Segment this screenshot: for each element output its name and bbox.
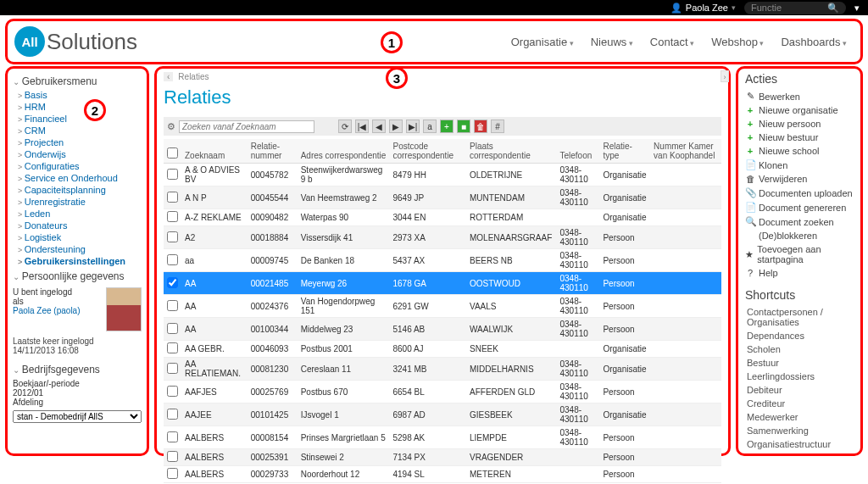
topnav-item[interactable]: Contact <box>650 36 694 48</box>
company-select[interactable]: stan - Demobedrijf AllS <box>13 410 142 423</box>
action-item[interactable]: ?Help <box>745 266 854 280</box>
current-user-menu[interactable]: 👤 Paola Zee <box>670 3 736 14</box>
shortcut-item[interactable]: Debiteur <box>747 383 854 397</box>
column-header[interactable]: Telefoon <box>556 139 599 164</box>
action-item[interactable]: +Nieuw persoon <box>745 117 854 131</box>
loggedin-user-link[interactable]: Paola Zee (paola) <box>13 306 101 315</box>
shortcut-item[interactable]: Medewerker <box>747 410 854 424</box>
table-row[interactable]: aa00009745De Banken 185437 AXBEERS NB034… <box>164 249 721 272</box>
breadcrumb-back[interactable]: ‹ <box>164 72 173 81</box>
sidebar-menu-item[interactable]: Service en Onderhoud <box>18 172 142 184</box>
topnav-item[interactable]: Nieuws <box>591 36 633 48</box>
page-last-button[interactable]: ▶| <box>406 120 420 133</box>
column-header[interactable]: Nummer Kamer van Koophandel <box>650 139 721 164</box>
action-item[interactable]: ★Toevoegen aan startpagina <box>745 242 854 266</box>
row-checkbox[interactable] <box>167 363 178 374</box>
sidebar-menu-item[interactable]: Donateurs <box>18 220 142 231</box>
delete-button[interactable]: 🗑 <box>474 120 487 133</box>
table-row[interactable]: AA RELATIEMAN.00081230Cereslaan 113241 M… <box>164 358 721 381</box>
row-checkbox[interactable] <box>167 211 178 222</box>
add-button[interactable]: + <box>440 120 453 133</box>
sidebar-menu-item[interactable]: Capaciteitsplanning <box>18 184 142 196</box>
page-next-button[interactable]: ▶ <box>389 120 403 133</box>
shortcut-item[interactable]: Organisatiestructuur <box>747 437 854 451</box>
column-header[interactable]: Relatie-nummer <box>248 139 298 164</box>
row-checkbox[interactable] <box>167 192 178 203</box>
sidebar-menu-item[interactable]: Configuraties <box>18 160 142 172</box>
column-header[interactable]: Zoeknaam <box>181 139 248 164</box>
find-button[interactable]: a <box>423 120 437 133</box>
row-checkbox[interactable] <box>167 277 178 288</box>
shortcut-item[interactable]: Scholen <box>747 342 854 356</box>
breadcrumb-item[interactable]: Relaties <box>178 72 209 81</box>
refresh-button[interactable]: ⟳ <box>338 120 352 133</box>
topnav-item[interactable]: Webshop <box>711 36 764 48</box>
row-checkbox[interactable] <box>167 323 178 334</box>
dropdown-caret[interactable]: ▾ <box>854 3 860 14</box>
personal-head[interactable]: Persoonlijke gegevens <box>13 267 142 284</box>
sidebar-menu-item[interactable]: Projecten <box>18 136 142 148</box>
column-header[interactable]: Relatie-type <box>599 139 650 164</box>
table-row[interactable]: AALBERS00025391Stinsewei 27134 PXVRAGEND… <box>164 449 721 466</box>
shortcut-item[interactable]: Dependances <box>747 329 854 342</box>
row-checkbox[interactable] <box>167 409 178 420</box>
column-header[interactable]: Plaats correspondentie <box>466 139 556 164</box>
sidebar-menu-item[interactable]: Logistiek <box>18 231 142 243</box>
action-item[interactable]: 🔍Document zoeken <box>745 214 854 229</box>
shortcut-item[interactable]: Samenwerking <box>747 424 854 437</box>
action-item[interactable]: 📄Klonen <box>745 158 854 172</box>
row-checkbox[interactable] <box>167 468 178 479</box>
table-row[interactable]: A-Z REKLAME00090482Waterpas 903044 ENROT… <box>164 209 721 226</box>
row-checkbox[interactable] <box>167 386 178 397</box>
topnav-item[interactable]: Organisatie <box>511 36 574 48</box>
sidebar-menu-item[interactable]: Leden <box>18 208 142 220</box>
row-checkbox[interactable] <box>167 231 178 242</box>
action-item[interactable]: +Nieuwe organisatie <box>745 103 854 117</box>
shortcut-item[interactable]: Contactpersonen / Organisaties <box>747 305 854 329</box>
topnav-item[interactable]: Dashboards <box>781 36 847 48</box>
sidebar-menu-item[interactable]: CRM <box>18 125 142 136</box>
table-row[interactable]: AA00100344Middelweg 235146 ABWAALWIJK034… <box>164 318 721 341</box>
action-item[interactable]: 🗑Verwijderen <box>745 172 854 186</box>
sidebar-menu-item[interactable]: Ondersteuning <box>18 243 142 255</box>
action-item[interactable]: +Nieuwe school <box>745 144 854 158</box>
sidebar-menu-item[interactable]: Gebruikersinstellingen <box>18 255 142 267</box>
table-row[interactable]: AAJEE00101425IJsvogel 16987 ADGIESBEEK03… <box>164 403 721 426</box>
table-row[interactable]: AALBERS00008154Prinses Margrietlaan 5529… <box>164 426 721 449</box>
company-head[interactable]: Bedrijfsgegevens <box>13 360 142 377</box>
action-item[interactable]: +Nieuw bestuur <box>745 131 854 144</box>
sidebar-menu-item[interactable]: Basis <box>18 89 142 101</box>
shortcut-item[interactable]: Crediteur <box>747 397 854 410</box>
table-row[interactable]: A & O ADVIES BV00045782Steenwijkerdwarsw… <box>164 164 721 186</box>
table-row[interactable]: AAFJES00025769Postbus 6706654 BLAFFERDEN… <box>164 381 721 403</box>
hash-button[interactable]: # <box>491 120 504 133</box>
page-prev-button[interactable]: ◀ <box>372 120 386 133</box>
row-checkbox[interactable] <box>167 254 178 265</box>
sidebar-menu-item[interactable]: Onderwijs <box>18 148 142 160</box>
expand-right-arrow[interactable]: › <box>721 70 729 82</box>
row-checkbox[interactable] <box>167 451 178 462</box>
table-row[interactable]: A N P00045544Van Heemstraweg 29649 JPMUN… <box>164 186 721 209</box>
action-item[interactable]: 📄Document genereren <box>745 200 854 214</box>
column-header[interactable] <box>164 139 181 164</box>
edit-button[interactable]: ■ <box>457 120 470 133</box>
action-item[interactable]: (De)blokkeren <box>745 229 854 242</box>
sidebar-menu-item[interactable]: Financieel <box>18 113 142 125</box>
shortcut-item[interactable]: Bestuur <box>747 356 854 370</box>
row-checkbox[interactable] <box>167 342 178 353</box>
row-checkbox[interactable] <box>167 300 178 311</box>
table-row[interactable]: A200018884Vissersdijk 412973 XAMOLENAARS… <box>164 226 721 249</box>
shortcut-item[interactable]: Leerlingdossiers <box>747 370 854 383</box>
action-item[interactable]: 📎Documenten uploaden <box>745 186 854 200</box>
search-input[interactable] <box>179 120 314 133</box>
row-checkbox[interactable] <box>167 169 178 180</box>
table-row[interactable]: AALBERS00029733Noorderhout 124194 SLMETE… <box>164 466 721 483</box>
top-search[interactable]: Functie 🔍 <box>744 2 846 14</box>
page-first-button[interactable]: |◀ <box>355 120 369 133</box>
table-row[interactable]: AA GEBR.00046093Postbus 20018600 AJSNEEK… <box>164 341 721 358</box>
logo[interactable]: All Solutions <box>8 26 137 57</box>
column-header[interactable]: Adres correspondentie <box>298 139 390 164</box>
column-header[interactable]: Postcode correspondentie <box>389 139 466 164</box>
row-checkbox[interactable] <box>167 431 178 442</box>
sidebar-menu-item[interactable]: HRM <box>18 101 142 113</box>
